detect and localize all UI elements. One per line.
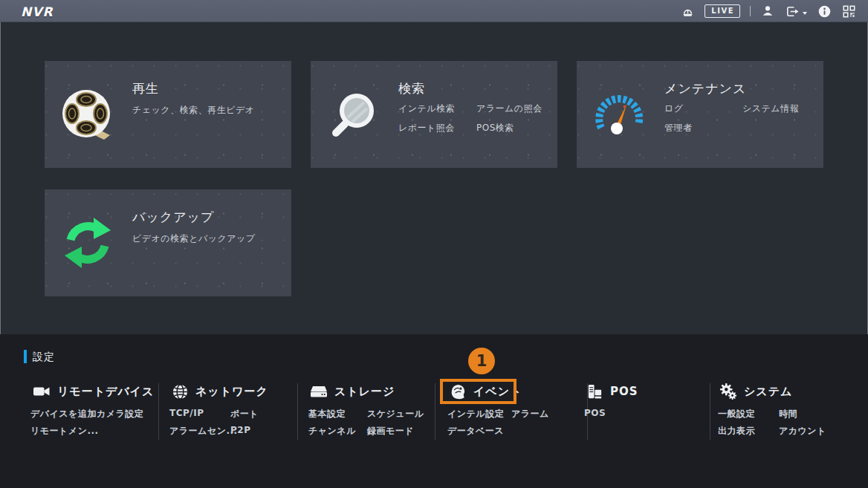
storage-drive-icon — [310, 383, 328, 400]
topbar-divider — [750, 6, 751, 16]
settings-accent-bar — [24, 350, 27, 363]
card-title-maintenance: メンテナンス — [664, 80, 746, 97]
settings-header-label: ストレージ — [334, 385, 395, 399]
link-report-inquiry[interactable]: レポート照会 — [398, 122, 455, 134]
settings-header-pos[interactable]: POS — [586, 380, 638, 403]
settings-divider — [435, 383, 435, 440]
settings-header-label: POS — [610, 385, 638, 398]
settings-header-remote-device[interactable]: リモートデバイス — [33, 380, 154, 403]
nvr-main-screen: NVR LIVE — [0, 0, 868, 488]
settings-title: 設定 — [33, 351, 55, 364]
settings-link-p2p[interactable]: P2P — [230, 425, 250, 435]
settings-header-storage[interactable]: ストレージ — [310, 380, 395, 403]
nvr-logo: NVR — [21, 4, 53, 19]
settings-link-tcpip[interactable]: TCP/IP — [169, 408, 204, 418]
topbar-actions: LIVE — [680, 0, 856, 22]
magnifier-icon — [326, 86, 382, 143]
chevron-down-icon — [803, 12, 807, 15]
card-playback[interactable]: 再生 チェック、検索、再生ビデオ — [45, 61, 291, 168]
settings-link-add-device[interactable]: デバイスを追加 — [30, 408, 97, 420]
link-alarm-inquiry[interactable]: アラームの照会 — [476, 103, 542, 115]
sync-icon — [59, 215, 116, 271]
film-reel-icon — [59, 86, 116, 143]
settings-header-label: リモートデバイス — [57, 385, 154, 399]
settings-link-pos[interactable]: POS — [584, 408, 606, 418]
card-title-backup: バックアップ — [132, 209, 214, 226]
settings-divider — [710, 383, 710, 440]
settings-link-record-mode[interactable]: 録画モード — [367, 425, 414, 437]
link-log[interactable]: ログ — [664, 103, 684, 115]
settings-link-output-display[interactable]: 出力表示 — [718, 425, 755, 437]
link-pos-search[interactable]: POS検索 — [476, 122, 514, 134]
card-subtitle-backup: ビデオの検索とバックアップ — [132, 232, 256, 245]
link-admin[interactable]: 管理者 — [664, 122, 693, 134]
settings-link-database[interactable]: データベース — [447, 425, 504, 437]
settings-link-schedule[interactable]: スケジュール — [367, 408, 424, 420]
step-1-badge: 1 — [468, 348, 495, 374]
settings-link-time[interactable]: 時間 — [779, 408, 797, 420]
settings-link-camera-settings[interactable]: カメラ設定 — [97, 408, 143, 420]
settings-link-alarm-center[interactable]: アラームセン... — [169, 425, 238, 437]
settings-link-intel-settings[interactable]: インテル設定 — [447, 408, 504, 420]
card-maintenance[interactable]: メンテナンス ログ システム情報 管理者 — [577, 61, 823, 168]
settings-panel: 設定 リモートデバイス デバイスを追加 カメラ設定 リモートメン... — [0, 334, 868, 488]
settings-link-remote-maintenance[interactable]: リモートメン... — [30, 425, 99, 437]
top-bar: NVR LIVE — [0, 0, 868, 22]
card-backup[interactable]: バックアップ ビデオの検索とバックアップ — [45, 189, 291, 296]
settings-header-network[interactable]: ネットワーク — [171, 380, 268, 403]
gears-icon — [719, 383, 737, 400]
card-title-search: 検索 — [398, 80, 425, 97]
info-icon[interactable] — [817, 4, 832, 19]
settings-header-system[interactable]: システム — [719, 380, 792, 403]
cash-register-icon — [586, 383, 603, 400]
settings-header-event[interactable]: イベント — [449, 380, 522, 403]
card-title-playback: 再生 — [132, 80, 159, 97]
gauge-icon — [592, 86, 648, 143]
link-intel-search[interactable]: インテル検索 — [398, 103, 455, 115]
settings-header-label: イベント — [473, 385, 522, 399]
link-system-info[interactable]: システム情報 — [742, 103, 799, 115]
settings-divider — [297, 383, 298, 440]
alarm-siren-icon[interactable] — [680, 4, 695, 19]
settings-header-label: ネットワーク — [195, 385, 268, 399]
ai-head-icon — [449, 383, 467, 400]
network-globe-icon — [171, 383, 189, 400]
logout-icon[interactable] — [785, 4, 800, 19]
settings-link-alarm[interactable]: アラーム — [511, 408, 549, 420]
settings-divider — [158, 383, 159, 440]
settings-link-account[interactable]: アカウント — [779, 425, 826, 437]
settings-header-label: システム — [744, 385, 792, 399]
video-camera-icon — [33, 383, 51, 400]
settings-link-channel[interactable]: チャンネル — [308, 425, 356, 437]
qr-code-icon[interactable] — [841, 4, 856, 19]
settings-link-general-settings[interactable]: 一般設定 — [718, 408, 755, 420]
card-search[interactable]: 検索 インテル検索 アラームの照会 レポート照会 POS検索 — [311, 61, 557, 168]
user-icon[interactable] — [760, 4, 775, 19]
settings-link-port[interactable]: ポート — [230, 408, 259, 420]
live-button[interactable]: LIVE — [705, 4, 740, 18]
card-subtitle-playback: チェック、検索、再生ビデオ — [132, 104, 254, 117]
settings-link-basic-settings[interactable]: 基本設定 — [308, 408, 346, 420]
